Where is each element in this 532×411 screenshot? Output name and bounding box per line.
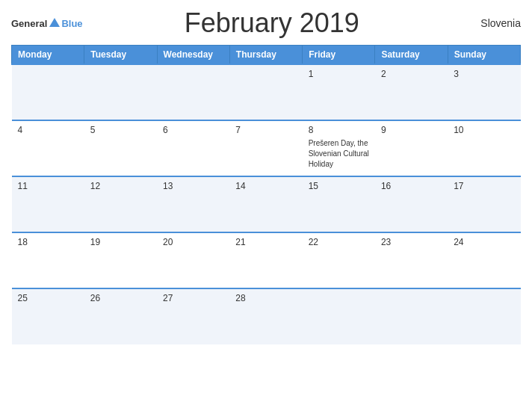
header-tuesday: Tuesday (84, 46, 157, 65)
calendar-cell: 14 (229, 176, 302, 232)
calendar-cell: 7 (229, 120, 302, 176)
day-number: 24 (454, 237, 514, 247)
day-number: 8 (309, 125, 369, 135)
day-number: 14 (235, 181, 296, 191)
day-number: 27 (163, 293, 223, 303)
calendar-cell: 28 (229, 288, 302, 344)
day-number: 19 (90, 237, 151, 247)
day-number: 25 (18, 293, 78, 303)
calendar-cell (157, 64, 229, 120)
calendar-cell: 17 (448, 176, 520, 232)
logo-general: General (11, 18, 47, 29)
header-saturday: Saturday (375, 46, 448, 65)
calendar-cell: 12 (84, 176, 157, 232)
country-label: Slovenia (461, 17, 521, 29)
calendar-cell: 3 (448, 64, 520, 120)
event-text: Prešeren Day, the Slovenian Cultural Hol… (309, 139, 369, 168)
calendar-cell: 11 (12, 176, 84, 232)
calendar-cell: 18 (12, 232, 84, 288)
day-number: 6 (163, 125, 223, 135)
calendar-cell: 6 (157, 120, 229, 176)
calendar-cell: 21 (229, 232, 302, 288)
logo-blue: Blue (61, 18, 82, 29)
calendar-cell (448, 288, 520, 344)
calendar-header: General Blue February 2019 Slovenia (11, 7, 521, 39)
calendar-cell: 26 (84, 288, 157, 344)
calendar-week-row: 123 (12, 64, 521, 120)
header-friday: Friday (303, 46, 375, 65)
calendar-cell: 1 (303, 64, 375, 120)
day-number: 3 (454, 69, 514, 79)
calendar-cell: 19 (84, 232, 157, 288)
day-number: 18 (18, 237, 78, 247)
day-number: 7 (235, 125, 296, 135)
day-number: 21 (235, 237, 296, 247)
calendar-cell: 23 (375, 232, 448, 288)
calendar-cell (303, 288, 375, 344)
header-thursday: Thursday (229, 46, 302, 65)
header-sunday: Sunday (448, 46, 520, 65)
calendar-cell: 5 (84, 120, 157, 176)
calendar-cell: 4 (12, 120, 84, 176)
calendar-week-row: 11121314151617 (12, 176, 521, 232)
logo-triangle-icon (49, 18, 60, 27)
day-number: 2 (381, 69, 442, 79)
day-number: 26 (90, 293, 151, 303)
calendar-week-row: 45678Prešeren Day, the Slovenian Cultura… (12, 120, 521, 176)
calendar-cell (375, 288, 448, 344)
calendar-week-row: 25262728 (12, 288, 521, 344)
calendar-cell: 2 (375, 64, 448, 120)
day-number: 9 (381, 125, 442, 135)
day-number: 13 (163, 181, 223, 191)
calendar-cell: 27 (157, 288, 229, 344)
day-number: 4 (18, 125, 78, 135)
calendar-cell: 16 (375, 176, 448, 232)
calendar-cell (229, 64, 302, 120)
month-title: February 2019 (83, 7, 461, 39)
header-wednesday: Wednesday (157, 46, 229, 65)
day-number: 23 (381, 237, 442, 247)
calendar-week-row: 18192021222324 (12, 232, 521, 288)
calendar-cell: 22 (303, 232, 375, 288)
day-number: 12 (90, 181, 151, 191)
calendar-cell: 13 (157, 176, 229, 232)
day-number: 10 (454, 125, 514, 135)
calendar-cell: 9 (375, 120, 448, 176)
day-number: 16 (381, 181, 442, 191)
calendar-cell: 15 (303, 176, 375, 232)
calendar-cell: 10 (448, 120, 520, 176)
calendar-cell: 20 (157, 232, 229, 288)
day-number: 15 (309, 181, 369, 191)
weekday-header-row: Monday Tuesday Wednesday Thursday Friday… (12, 46, 521, 65)
header-monday: Monday (12, 46, 84, 65)
calendar-cell: 24 (448, 232, 520, 288)
day-number: 11 (18, 181, 78, 191)
calendar-cell (84, 64, 157, 120)
calendar-cell: 25 (12, 288, 84, 344)
day-number: 22 (309, 237, 369, 247)
calendar-table: Monday Tuesday Wednesday Thursday Friday… (11, 45, 521, 344)
logo: General Blue (11, 18, 83, 29)
calendar-cell: 8Prešeren Day, the Slovenian Cultural Ho… (303, 120, 375, 176)
calendar-cell (12, 64, 84, 120)
calendar-page: General Blue February 2019 Slovenia Mond… (0, 0, 532, 411)
day-number: 17 (454, 181, 514, 191)
day-number: 5 (90, 125, 151, 135)
day-number: 20 (163, 237, 223, 247)
day-number: 1 (309, 69, 369, 79)
day-number: 28 (235, 293, 296, 303)
